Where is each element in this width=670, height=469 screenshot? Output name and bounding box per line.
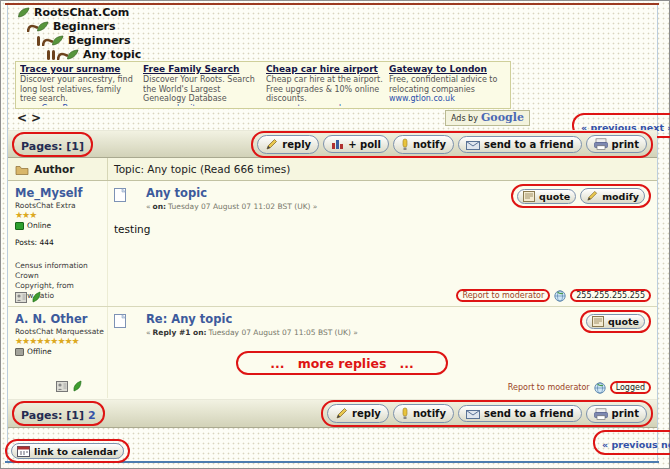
ad-prev-arrow[interactable]: < bbox=[17, 111, 27, 125]
author-info-panel: Me_Myself RootsChat Extra ★★★ Online Pos… bbox=[8, 181, 108, 306]
modify-button[interactable]: modify bbox=[580, 188, 645, 204]
ad-url-link[interactable]: www.gtlon.co.uk bbox=[389, 94, 506, 104]
notify-icon bbox=[401, 138, 409, 151]
profile-icon[interactable] bbox=[56, 381, 68, 392]
ad-url-link[interactable]: www.autoeurope.de bbox=[266, 104, 383, 107]
breadcrumb-label[interactable]: Beginners bbox=[53, 20, 116, 33]
member-action-icons bbox=[56, 380, 83, 392]
ad-item: Gateway to London Free, confidential adv… bbox=[389, 64, 506, 106]
post-head: Re: Any topic «Reply #1 on:Tuesday 07 Au… bbox=[112, 312, 651, 337]
ad-body: Discover Your Roots. Search the World's … bbox=[143, 75, 260, 104]
topic-table-header: Author Topic: Any topic (Read 666 times) bbox=[8, 158, 657, 181]
branch-leaf-icon bbox=[27, 21, 49, 32]
breadcrumb-item-root[interactable]: RootsChat.Com bbox=[17, 6, 141, 19]
quote-icon bbox=[523, 191, 535, 202]
add-poll-button[interactable]: + poll bbox=[323, 135, 389, 153]
breadcrumb-label[interactable]: RootsChat.Com bbox=[34, 6, 129, 19]
post-count: Posts: 444 bbox=[15, 238, 105, 247]
quote-button-label: quote bbox=[608, 316, 639, 327]
report-to-moderator-link[interactable]: Report to moderator bbox=[462, 291, 544, 300]
notify-icon bbox=[401, 407, 409, 420]
breadcrumb: RootsChat.Com Beginners Beginners bbox=[17, 6, 141, 62]
profile-icon[interactable] bbox=[15, 292, 27, 303]
send-to-friend-button[interactable]: send to a friend bbox=[458, 405, 582, 422]
post-row: Me_Myself RootsChat Extra ★★★ Online Pos… bbox=[8, 181, 657, 307]
rank-stars: ★★★★★★★★★ bbox=[15, 336, 105, 346]
reply-button[interactable]: reply bbox=[257, 135, 319, 154]
reply-button-label: reply bbox=[352, 408, 381, 419]
bottom-page-bar: Pages: [1]2 reply notify send to a frien… bbox=[8, 399, 657, 428]
reply-button-label: reply bbox=[282, 139, 311, 150]
ad-title-link[interactable]: Cheap car hire airport bbox=[266, 64, 383, 75]
quote-button[interactable]: quote bbox=[586, 314, 645, 329]
ad-url-link[interactable]: www.myheritage.com bbox=[143, 104, 260, 107]
ip-address-link[interactable]: 255.255.255.255 bbox=[576, 291, 645, 300]
add-poll-button-label: + poll bbox=[348, 139, 381, 150]
link-to-calendar-label: link to calendar bbox=[34, 446, 118, 457]
rank-stars: ★★★ bbox=[15, 210, 105, 220]
status-label: Online bbox=[27, 221, 51, 230]
post-date: «on:Tuesday 07 August 07 11:02 BST (UK) … bbox=[146, 202, 317, 211]
ad-item: Free Family Search Discover Your Roots. … bbox=[143, 64, 260, 106]
breadcrumb-item-subboard[interactable]: Beginners bbox=[37, 34, 141, 47]
annotation-pages-bottom: Pages: [1]2 bbox=[12, 401, 105, 426]
ad-body: Discover your ancestry, find long lost r… bbox=[20, 75, 137, 104]
www-icon[interactable] bbox=[72, 380, 83, 392]
ad-title-link[interactable]: Gateway to London bbox=[389, 64, 506, 75]
status-row: Online bbox=[15, 221, 105, 230]
breadcrumb-label[interactable]: Beginners bbox=[68, 34, 131, 47]
notify-button[interactable]: notify bbox=[393, 135, 454, 154]
post-body: testing bbox=[114, 223, 651, 235]
notify-button[interactable]: notify bbox=[393, 404, 454, 423]
breadcrumb-item-board[interactable]: Beginners bbox=[27, 20, 141, 33]
post-footer: Report to moderator 255.255.255.255 bbox=[456, 289, 651, 302]
page-2-link[interactable]: 2 bbox=[88, 409, 96, 422]
notify-button-label: notify bbox=[413, 408, 446, 419]
reply-button[interactable]: reply bbox=[327, 404, 389, 423]
google-logo: Google bbox=[481, 111, 524, 124]
google-ads-box: Trace your surname Discover your ancestr… bbox=[15, 61, 511, 109]
send-to-friend-button-label: send to a friend bbox=[484, 139, 574, 150]
ad-item: Cheap car hire airport Cheap car hire at… bbox=[266, 64, 383, 106]
print-button[interactable]: print bbox=[586, 135, 647, 153]
branch-leaf-icon bbox=[47, 49, 79, 60]
breadcrumb-label[interactable]: Any topic bbox=[83, 48, 141, 61]
post-title-link[interactable]: Re: Any topic bbox=[146, 312, 358, 326]
send-to-friend-button-label: send to a friend bbox=[484, 408, 574, 419]
breadcrumb-item-topic[interactable]: Any topic bbox=[47, 48, 141, 61]
ad-next-arrow[interactable]: > bbox=[31, 111, 41, 125]
signature-line: Census information Crown bbox=[15, 261, 105, 281]
post-title-link[interactable]: Any topic bbox=[146, 186, 317, 200]
post-row: A. N. Other RootsChat Marquessate ★★★★★★… bbox=[8, 307, 657, 398]
modify-button-label: modify bbox=[602, 191, 639, 202]
author-name-link[interactable]: Me_Myself bbox=[15, 186, 105, 200]
notify-button-label: notify bbox=[413, 139, 446, 150]
post-title-block: Re: Any topic «Reply #1 on:Tuesday 07 Au… bbox=[146, 312, 358, 337]
print-button[interactable]: print bbox=[586, 405, 647, 423]
send-to-friend-button[interactable]: send to a friend bbox=[458, 136, 582, 153]
prev-next-links[interactable]: « previous next » bbox=[602, 439, 670, 450]
poll-chart-icon bbox=[331, 138, 344, 150]
ad-item: Trace your surname Discover your ancestr… bbox=[20, 64, 137, 106]
quote-button[interactable]: quote bbox=[517, 189, 576, 204]
quote-button-label: quote bbox=[539, 191, 570, 202]
ad-url-link[interactable]: www.GeneBase.com bbox=[20, 104, 137, 107]
topic-header-label: Topic: Any topic (Read 666 times) bbox=[114, 163, 290, 175]
author-name-link[interactable]: A. N. Other bbox=[15, 312, 105, 326]
ads-by-google-badge[interactable]: Ads by Google bbox=[445, 110, 530, 126]
link-to-calendar-button[interactable]: link to calendar bbox=[11, 443, 124, 459]
pages-indicator: Pages: [1] bbox=[21, 409, 84, 422]
ad-title-link[interactable]: Free Family Search bbox=[143, 64, 260, 75]
pencil-icon bbox=[586, 190, 598, 202]
report-to-moderator-link[interactable]: Report to moderator bbox=[508, 383, 590, 392]
online-status-icon bbox=[15, 222, 24, 230]
annotation-topic-buttons-top: reply + poll notify send to a friend pri… bbox=[251, 131, 653, 158]
posts-table: Me_Myself RootsChat Extra ★★★ Online Pos… bbox=[8, 181, 657, 399]
right-border-line bbox=[657, 5, 658, 461]
ad-title-link[interactable]: Trace your surname bbox=[20, 64, 137, 75]
logged-label: Logged bbox=[616, 383, 645, 392]
post-footer: Report to moderator Logged bbox=[508, 381, 651, 394]
top-border-line bbox=[5, 3, 659, 5]
post-content-panel: Any topic «on:Tuesday 07 August 07 11:02… bbox=[108, 181, 657, 306]
www-icon[interactable] bbox=[31, 291, 42, 303]
